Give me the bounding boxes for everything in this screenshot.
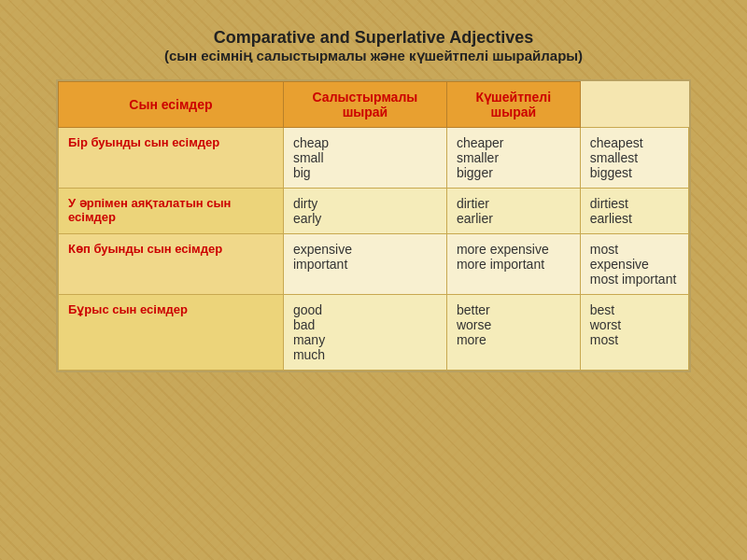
category-cell: Бұрыс сын есімдер (59, 295, 284, 371)
title-sub: (сын есімнің салыстырмалы және күшейтпел… (164, 48, 583, 64)
comparative-cell: cheapersmallerbigger (446, 128, 580, 189)
base-cell: dirtyearly (283, 189, 446, 234)
title-section: Comparative and Superlative Adjectives (… (164, 28, 583, 64)
table-wrapper: Сын есімдер Салыстырмалы шырай Күшейтпел… (56, 79, 691, 372)
category-cell: У әрпімен аяқталатын сын есімдер (59, 189, 284, 234)
title-main: Comparative and Superlative Adjectives (164, 28, 583, 48)
comparative-cell: betterworsemore (446, 295, 580, 371)
table-row: Бұрыс сын есімдерgoodbadmanymuchbetterwo… (59, 295, 689, 371)
header-col3: Күшейтпелі шырай (446, 82, 580, 128)
base-cell: goodbadmanymuch (283, 295, 446, 371)
comparative-cell: dirtierearlier (446, 189, 580, 234)
category-cell: Көп буынды сын есімдер (59, 234, 284, 295)
table-header-row: Сын есімдер Салыстырмалы шырай Күшейтпел… (59, 82, 689, 128)
comparative-cell: more expensivemore important (446, 234, 580, 295)
table-row: Бір буынды сын есімдерcheapsmallbigcheap… (59, 128, 689, 189)
table-row: У әрпімен аяқталатын сын есімдерdirtyear… (59, 189, 689, 234)
adjectives-table: Сын есімдер Салыстырмалы шырай Күшейтпел… (58, 81, 689, 371)
base-cell: expensiveimportant (283, 234, 446, 295)
base-cell: cheapsmallbig (283, 128, 446, 189)
superlative-cell: dirtiestearliest (580, 189, 688, 234)
superlative-cell: bestworstmost (580, 295, 688, 371)
header-col2: Салыстырмалы шырай (283, 82, 446, 128)
category-cell: Бір буынды сын есімдер (59, 128, 284, 189)
header-col1: Сын есімдер (59, 82, 284, 128)
superlative-cell: cheapestsmallestbiggest (580, 128, 688, 189)
superlative-cell: most expensivemost important (580, 234, 688, 295)
table-row: Көп буынды сын есімдерexpensiveimportant… (59, 234, 689, 295)
